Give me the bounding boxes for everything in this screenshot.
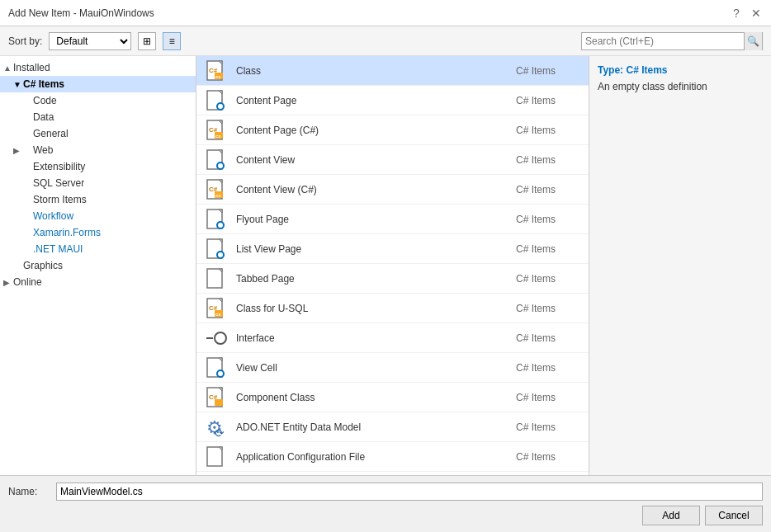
tree-item-code[interactable]: Code <box>0 92 196 109</box>
tree-label: Graphics <box>23 260 63 271</box>
tree-item-net-maui[interactable]: .NET MAUI <box>0 241 196 257</box>
item-icon <box>203 206 229 233</box>
svg-rect-31 <box>207 269 222 288</box>
bottom-bar: Name: Add Cancel <box>0 475 771 532</box>
svg-point-8 <box>218 104 223 109</box>
item-name: ADO.NET Entity Data Model <box>236 421 516 433</box>
list-item[interactable]: ⚙ ⟳ ADO.NET Entity Data Model C# Items <box>196 412 589 442</box>
sort-select[interactable]: Default Name Category <box>49 32 131 50</box>
tree-item-installed[interactable]: ▲ Installed <box>0 59 196 76</box>
info-type: Type: C# Items <box>598 64 763 76</box>
item-name: Application Configuration File <box>236 451 516 463</box>
item-category: C# Items <box>516 421 582 433</box>
tree-item-xamarin-forms[interactable]: Xamarin.Forms <box>0 224 196 241</box>
name-input[interactable] <box>56 483 763 501</box>
item-category: C# Items <box>516 362 582 374</box>
list-item[interactable]: Interface C# Items <box>196 323 589 353</box>
list-item[interactable]: C# cs Class for U-SQL C# Items <box>196 294 589 323</box>
main-area: ▲ Installed ▼ C# Items Code Data General… <box>0 56 771 475</box>
list-item[interactable]: C# cs Content Page (C#) C# Items <box>196 115 589 145</box>
item-icon: C# cs <box>203 177 229 203</box>
list-item[interactable]: Flyout Page C# Items <box>196 205 589 234</box>
item-name: Content Page <box>236 95 516 106</box>
list-item[interactable]: C# cs Class C# Items <box>196 56 589 86</box>
svg-rect-47 <box>215 399 223 406</box>
item-category: C# Items <box>516 303 582 314</box>
tree-item-sql-server[interactable]: SQL Server <box>0 175 196 191</box>
cancel-button[interactable]: Cancel <box>705 506 763 525</box>
tree-item-storm-items[interactable]: Storm Items <box>0 191 196 208</box>
type-value: C# Items <box>626 64 667 76</box>
item-icon <box>203 325 229 351</box>
tree-item-csharp[interactable]: ▼ C# Items <box>0 76 196 92</box>
list-item[interactable]: Application Configuration File C# Items <box>196 442 589 472</box>
list-item[interactable]: C# cs Content View (C#) C# Items <box>196 175 589 205</box>
help-button[interactable]: ? <box>730 7 743 20</box>
tree-label: .NET MAUI <box>33 243 83 255</box>
type-label: Type: <box>598 64 623 76</box>
search-input[interactable] <box>582 33 744 49</box>
close-button[interactable]: ✕ <box>750 7 763 20</box>
add-button[interactable]: Add <box>642 506 700 525</box>
item-name: Content View (C#) <box>236 184 516 195</box>
search-icon[interactable]: 🔍 <box>744 32 762 50</box>
grid-view-button[interactable]: ⊞ <box>138 32 156 50</box>
item-category: C# Items <box>516 154 582 166</box>
expand-icon: ▶ <box>3 278 13 287</box>
item-name: Class for U-SQL <box>236 303 516 314</box>
svg-rect-50 <box>207 447 222 466</box>
item-icon <box>203 236 229 262</box>
list-item[interactable]: Content View C# Items <box>196 145 589 175</box>
svg-point-39 <box>215 332 226 344</box>
item-category: C# Items <box>516 392 582 403</box>
info-panel: Type: C# Items An empty class definition <box>589 56 771 475</box>
tree-item-extensibility[interactable]: Extensibility <box>0 158 196 175</box>
svg-text:cs: cs <box>215 312 221 317</box>
info-description: An empty class definition <box>598 81 763 92</box>
item-icon <box>203 355 229 381</box>
tree-label: Storm Items <box>33 194 87 205</box>
item-icon <box>203 444 229 470</box>
list-item[interactable]: List View Page C# Items <box>196 234 589 264</box>
item-name: Content View <box>236 154 516 166</box>
tree-label: Workflow <box>33 210 73 222</box>
item-icon: C# <box>203 384 229 411</box>
dialog-content: Sort by: Default Name Category ⊞ ≡ 🔍 ▲ I… <box>0 26 771 532</box>
item-category: C# Items <box>516 184 582 195</box>
search-box: 🔍 <box>581 32 763 50</box>
dialog-title: Add New Item - MauiOnWindows <box>8 7 154 19</box>
tree-label: Xamarin.Forms <box>33 227 101 238</box>
item-category: C# Items <box>516 273 582 285</box>
item-icon <box>203 266 229 292</box>
list-view-button[interactable]: ≡ <box>163 32 181 50</box>
tree-label: Code <box>33 95 57 106</box>
item-icon: C# cs <box>203 58 229 84</box>
tree-label: Installed <box>13 62 50 73</box>
item-name: Flyout Page <box>236 214 516 225</box>
expand-icon: ▼ <box>13 80 23 89</box>
tree-item-data[interactable]: Data <box>0 109 196 125</box>
tree-item-workflow[interactable]: Workflow <box>0 208 196 224</box>
tree-item-online[interactable]: ▶ Online <box>0 274 196 290</box>
list-item[interactable]: C# Component Class C# Items <box>196 383 589 412</box>
item-category: C# Items <box>516 125 582 136</box>
svg-point-30 <box>218 252 223 257</box>
tree-label: Web <box>33 144 53 156</box>
item-category: C# Items <box>516 95 582 106</box>
tree-label: Online <box>13 276 42 288</box>
tree-panel: ▲ Installed ▼ C# Items Code Data General… <box>0 56 196 475</box>
tree-item-general[interactable]: General <box>0 125 196 142</box>
tree-item-web[interactable]: ▶ Web <box>0 142 196 158</box>
list-panel: C# cs Class C# Items <box>196 56 589 475</box>
item-category: C# Items <box>516 332 582 344</box>
item-name: Interface <box>236 332 516 344</box>
list-item[interactable]: View Cell C# Items <box>196 353 589 383</box>
toolbar: Sort by: Default Name Category ⊞ ≡ 🔍 <box>0 26 771 56</box>
tree-label: C# Items <box>23 78 64 90</box>
tree-item-graphics[interactable]: Graphics <box>0 257 196 274</box>
item-icon <box>203 147 229 173</box>
svg-point-26 <box>218 223 223 228</box>
list-item[interactable]: Tabbed Page C# Items <box>196 264 589 294</box>
item-icon <box>203 87 229 114</box>
list-item[interactable]: Content Page C# Items <box>196 86 589 115</box>
